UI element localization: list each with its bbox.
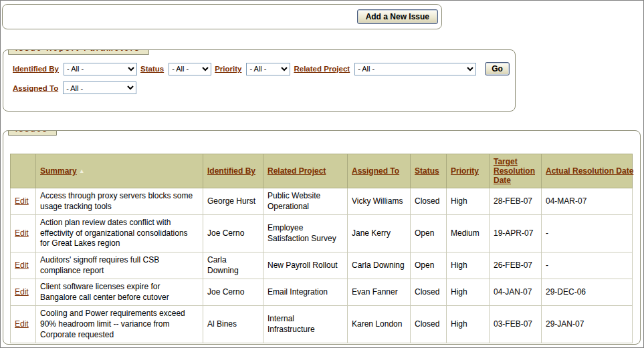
filter-row-1: Identified By - All - Status - All - Pri… xyxy=(13,62,510,75)
priority-label[interactable]: Priority xyxy=(215,65,241,73)
status-sort-link[interactable]: Status xyxy=(415,166,439,176)
cell-status: Closed xyxy=(411,279,447,306)
identified-by-sort-link[interactable]: Identified By xyxy=(207,166,255,176)
cell-actual-resolution-date: 29-JAN-07 xyxy=(542,306,633,343)
cell-edit: Edit xyxy=(11,215,36,252)
cell-assigned-to: Jane Kerry xyxy=(348,215,411,252)
column-header-assigned-to: Assigned To xyxy=(348,154,411,188)
column-header-priority: Priority xyxy=(447,154,490,188)
cell-identified-by: Joe Cerno xyxy=(203,215,263,252)
summary-sort-link[interactable]: Summary xyxy=(40,166,77,176)
edit-link[interactable]: Edit xyxy=(15,319,29,329)
identified-by-select[interactable]: - All - xyxy=(64,63,137,75)
column-header-target-resolution-date: Target Resolution Date xyxy=(490,154,542,188)
region-title-issues: Issues xyxy=(8,130,57,136)
cell-summary: Auditors' signoff requires full CSB comp… xyxy=(36,252,203,279)
cell-priority: High xyxy=(447,306,490,343)
cell-target-resolution-date: 26-FEB-07 xyxy=(490,252,542,279)
cell-target-resolution-date: 03-FEB-07 xyxy=(490,306,542,343)
cell-summary: Client software licenses expire for Bang… xyxy=(36,279,203,306)
related-project-sort-link[interactable]: Related Project xyxy=(267,166,326,176)
cell-target-resolution-date: 19-APR-07 xyxy=(490,215,542,252)
assigned-to-sort-link[interactable]: Assigned To xyxy=(352,166,399,176)
cell-related-project: Employee Satisfaction Survey xyxy=(263,215,348,252)
cell-edit: Edit xyxy=(11,306,36,343)
add-issue-region: Add a New Issue xyxy=(2,4,442,29)
cell-status: Closed xyxy=(411,306,447,343)
cell-related-project: Email Integration xyxy=(263,279,348,306)
cell-summary: Access through proxy servers blocks some… xyxy=(36,188,203,215)
cell-status: Open xyxy=(411,215,447,252)
assigned-to-label[interactable]: Assigned To xyxy=(13,84,58,92)
actual-resolution-date-sort-link[interactable]: Actual Resolution Date xyxy=(546,166,633,176)
cell-assigned-to: Vicky Williams xyxy=(348,188,411,215)
table-row: Edit Access through proxy servers blocks… xyxy=(11,188,633,215)
cell-assigned-to: Evan Fanner xyxy=(348,279,411,306)
related-project-select[interactable]: - All - xyxy=(354,63,476,75)
edit-link[interactable]: Edit xyxy=(15,287,29,297)
cell-target-resolution-date: 04-JAN-07 xyxy=(490,279,542,306)
assigned-to-select[interactable]: - All - xyxy=(63,81,136,94)
issues-region: Issues Summary▲ Identified By Related Pr… xyxy=(3,130,641,345)
cell-identified-by: George Hurst xyxy=(203,188,263,215)
table-row: Edit Action plan review dates conflict w… xyxy=(11,215,633,252)
issue-report-parameters-region: Issue Report Parameters Identified By - … xyxy=(3,49,516,112)
cell-priority: Medium xyxy=(447,215,490,252)
cell-actual-resolution-date: 29-DEC-06 xyxy=(542,279,633,306)
cell-status: Closed xyxy=(411,188,447,215)
cell-related-project: Public Website Operational xyxy=(263,188,348,215)
cell-edit: Edit xyxy=(11,252,36,279)
cell-edit: Edit xyxy=(11,188,36,215)
column-header-identified-by: Identified By xyxy=(203,154,263,188)
cell-edit: Edit xyxy=(11,279,36,306)
cell-priority: High xyxy=(447,252,490,279)
cell-related-project: Internal Infrastructure xyxy=(263,306,348,343)
target-resolution-date-sort-link[interactable]: Target Resolution Date xyxy=(494,157,535,185)
edit-link[interactable]: Edit xyxy=(15,228,29,238)
cell-assigned-to: Carla Downing xyxy=(348,252,411,279)
cell-identified-by: Carla Downing xyxy=(203,252,263,279)
column-header-related-project: Related Project xyxy=(263,154,348,188)
filter-row-2: Assigned To - All - xyxy=(13,81,510,94)
region-title-issue-report-parameters: Issue Report Parameters xyxy=(8,49,149,55)
column-header-actual-resolution-date: Actual Resolution Date xyxy=(542,154,633,188)
cell-related-project: New Payroll Rollout xyxy=(263,252,348,279)
cell-actual-resolution-date: - xyxy=(542,252,633,279)
cell-priority: High xyxy=(447,188,490,215)
cell-actual-resolution-date: 04-MAR-07 xyxy=(542,188,633,215)
priority-sort-link[interactable]: Priority xyxy=(451,166,479,176)
add-new-issue-button[interactable]: Add a New Issue xyxy=(357,9,438,24)
edit-link[interactable]: Edit xyxy=(15,260,29,270)
cell-summary: Action plan review dates conflict with e… xyxy=(36,215,203,252)
table-row: Edit Cooling and Power requirements exce… xyxy=(11,306,633,343)
column-header-status: Status xyxy=(411,154,447,188)
cell-identified-by: Joe Cerno xyxy=(203,279,263,306)
cell-identified-by: Al Bines xyxy=(203,306,263,343)
priority-select[interactable]: - All - xyxy=(246,63,290,75)
issues-table: Summary▲ Identified By Related Project A… xyxy=(10,154,633,343)
cell-target-resolution-date: 28-FEB-07 xyxy=(490,188,542,215)
table-row: Edit Auditors' signoff requires full CSB… xyxy=(11,252,633,279)
identified-by-label[interactable]: Identified By xyxy=(13,65,59,73)
cell-priority: High xyxy=(447,279,490,306)
column-header-summary: Summary▲ xyxy=(36,154,203,188)
edit-link[interactable]: Edit xyxy=(15,196,29,206)
cell-actual-resolution-date: - xyxy=(542,215,633,252)
cell-status: Open xyxy=(411,252,447,279)
table-row: Edit Client software licenses expire for… xyxy=(11,279,633,306)
table-header-row: Summary▲ Identified By Related Project A… xyxy=(11,154,633,188)
cell-assigned-to: Karen London xyxy=(348,306,411,343)
go-button[interactable]: Go xyxy=(485,62,510,75)
related-project-label[interactable]: Related Project xyxy=(294,65,350,73)
column-header-edit xyxy=(11,154,36,188)
status-select[interactable]: - All - xyxy=(169,63,211,75)
status-label[interactable]: Status xyxy=(140,65,164,73)
cell-summary: Cooling and Power requirements exceed 90… xyxy=(36,306,203,343)
sort-ascending-icon: ▲ xyxy=(79,168,85,174)
